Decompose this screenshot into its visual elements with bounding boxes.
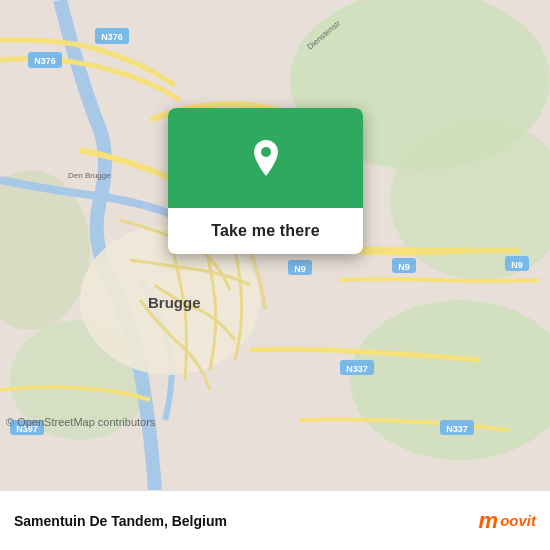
take-me-there-button[interactable]: Take me there [211,222,320,240]
moovit-m-letter: m [479,510,499,532]
place-name-text: Samentuin De Tandem, [14,513,168,529]
svg-text:Den Brugge: Den Brugge [68,171,111,180]
svg-text:N337: N337 [346,364,368,374]
popup-card[interactable]: Take me there [168,108,363,254]
svg-text:N376: N376 [101,32,123,42]
popup-button-area[interactable]: Take me there [168,208,363,254]
moovit-logo: m oovit [479,510,536,532]
location-pin-icon [244,136,288,180]
info-bar: Samentuin De Tandem, Belgium m oovit [0,490,550,550]
map-container: N376 N376 R30 N9 N9 N9 N337 N337 N397 Br… [0,0,550,490]
svg-text:N337: N337 [446,424,468,434]
place-country-text: Belgium [172,513,227,529]
svg-text:N9: N9 [398,262,410,272]
place-name: Samentuin De Tandem, Belgium [14,513,227,529]
place-info: Samentuin De Tandem, Belgium [14,513,227,529]
moovit-brand-text: oovit [500,512,536,529]
svg-text:N9: N9 [294,264,306,274]
svg-point-29 [261,147,271,157]
svg-text:Brugge: Brugge [148,294,201,311]
svg-text:N376: N376 [34,56,56,66]
map-attribution: © OpenStreetMap contributors [6,416,155,428]
popup-header [168,108,363,208]
svg-text:N9: N9 [511,260,523,270]
